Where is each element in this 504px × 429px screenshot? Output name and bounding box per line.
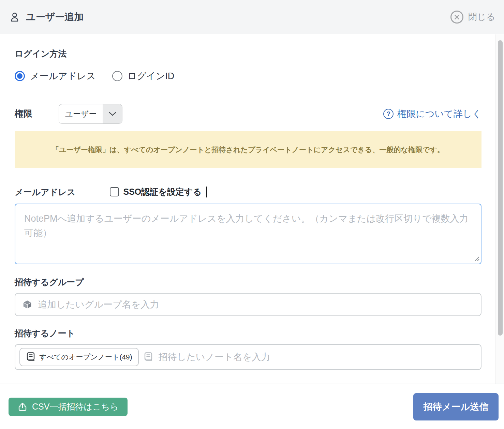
permission-info-alert: 「ユーザー権限」は、すべてのオープンノートと招待されたプライベートノートにアクセ… — [15, 131, 481, 168]
modal-header-left: ユーザー追加 — [9, 11, 84, 24]
email-textarea-wrap — [15, 204, 481, 264]
journal-icon — [144, 352, 153, 362]
chevron-down-icon — [103, 104, 122, 123]
group-input[interactable] — [15, 293, 481, 316]
email-textarea[interactable] — [15, 204, 481, 264]
send-invite-button[interactable]: 招待メール送信 — [413, 393, 499, 420]
close-label: 閉じる — [468, 11, 495, 23]
permission-label: 権限 — [15, 108, 32, 119]
email-label-row: メールアドレス SSO認証を設定する — [15, 186, 481, 198]
radio-checked-icon — [15, 71, 25, 81]
permission-row: 権限 ユーザー ? 権限について詳しく — [15, 104, 481, 124]
modal-header: ユーザー追加 閉じる — [0, 0, 504, 34]
login-method-label: ログイン方法 — [15, 48, 481, 59]
sso-checkbox[interactable]: SSO認証を設定する — [110, 186, 208, 197]
group-label: 招待するグループ — [15, 277, 481, 287]
add-user-modal: ユーザー追加 閉じる ログイン方法 メールアドレス ログインID — [0, 0, 504, 429]
radio-option-login-id[interactable]: ログインID — [112, 70, 175, 82]
cube-icon — [22, 299, 32, 310]
sso-checkbox-label: SSO認証を設定する — [123, 186, 202, 197]
scrollbar-thumb[interactable] — [498, 40, 503, 336]
close-icon — [450, 10, 464, 24]
radio-option-label: メールアドレス — [30, 70, 96, 82]
modal-title: ユーザー追加 — [26, 11, 84, 24]
permission-select-value: ユーザー — [59, 104, 103, 123]
upload-icon — [17, 402, 28, 412]
permission-select[interactable]: ユーザー — [59, 104, 122, 124]
permission-help-link-label: 権限について詳しく — [397, 108, 481, 120]
journal-icon — [26, 352, 35, 362]
user-icon — [9, 11, 20, 23]
close-button[interactable]: 閉じる — [450, 10, 495, 24]
csv-invite-button[interactable]: CSV一括招待はこちら — [9, 398, 128, 416]
note-chip-label: すべてのオープンノート(49) — [39, 352, 132, 362]
login-method-options: メールアドレス ログインID — [15, 70, 481, 82]
radio-option-label: ログインID — [128, 70, 175, 82]
note-input[interactable]: すべてのオープンノート(49) — [15, 344, 481, 370]
radio-option-email[interactable]: メールアドレス — [15, 70, 96, 82]
scrollbar-track[interactable] — [495, 34, 504, 384]
modal-body: ログイン方法 メールアドレス ログインID 権限 ユーザー — [0, 34, 504, 384]
note-chip[interactable]: すべてのオープンノート(49) — [19, 348, 139, 366]
note-label: 招待するノート — [15, 328, 481, 338]
question-circle-icon: ? — [383, 109, 394, 119]
csv-invite-button-label: CSV一括招待はこちら — [32, 401, 119, 412]
note-input-field[interactable] — [158, 352, 474, 363]
modal-footer: CSV一括招待はこちら 招待メール送信 — [0, 384, 504, 429]
radio-unchecked-icon — [112, 71, 122, 81]
checkbox-unchecked-icon — [110, 187, 119, 196]
email-label: メールアドレス — [15, 187, 76, 197]
text-cursor — [206, 187, 207, 197]
group-input-field[interactable] — [37, 299, 474, 310]
permission-help-link[interactable]: ? 権限について詳しく — [383, 108, 481, 120]
